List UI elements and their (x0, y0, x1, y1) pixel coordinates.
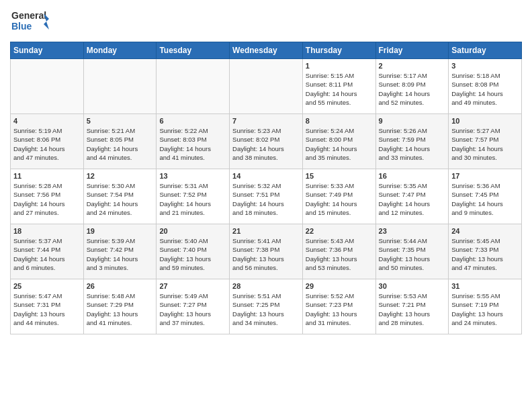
day-number: 2 (379, 62, 446, 70)
day-number: 26 (87, 282, 154, 290)
calendar-cell: 15Sunrise: 5:33 AM Sunset: 7:49 PM Dayli… (302, 169, 375, 224)
calendar-cell (230, 59, 303, 114)
calendar-table: SundayMondayTuesdayWednesdayThursdayFrid… (10, 42, 522, 334)
day-number: 6 (159, 117, 226, 125)
day-number: 16 (379, 172, 446, 180)
day-number: 30 (379, 282, 446, 290)
day-number: 3 (451, 62, 519, 70)
calendar-cell: 31Sunrise: 5:55 AM Sunset: 7:19 PM Dayli… (449, 279, 522, 334)
calendar-cell: 30Sunrise: 5:53 AM Sunset: 7:21 PM Dayli… (375, 279, 449, 334)
day-number: 21 (232, 227, 300, 235)
calendar-cell: 25Sunrise: 5:47 AM Sunset: 7:31 PM Dayli… (11, 279, 84, 334)
day-info: Sunrise: 5:24 AM Sunset: 8:00 PM Dayligh… (306, 126, 373, 162)
day-info: Sunrise: 5:48 AM Sunset: 7:29 PM Dayligh… (87, 291, 154, 327)
day-info: Sunrise: 5:55 AM Sunset: 7:19 PM Dayligh… (451, 291, 519, 327)
calendar-cell: 12Sunrise: 5:30 AM Sunset: 7:54 PM Dayli… (83, 169, 157, 224)
calendar-cell: 10Sunrise: 5:27 AM Sunset: 7:57 PM Dayli… (449, 114, 522, 169)
day-info: Sunrise: 5:53 AM Sunset: 7:21 PM Dayligh… (379, 291, 446, 327)
day-number: 10 (451, 117, 519, 125)
calendar-week-2: 4Sunrise: 5:19 AM Sunset: 8:06 PM Daylig… (11, 114, 522, 169)
day-info: Sunrise: 5:18 AM Sunset: 8:08 PM Dayligh… (451, 71, 519, 107)
calendar-cell: 13Sunrise: 5:31 AM Sunset: 7:52 PM Dayli… (157, 169, 230, 224)
page-container: GeneralBlue SundayMondayTuesdayWednesday… (0, 0, 532, 338)
day-info: Sunrise: 5:39 AM Sunset: 7:42 PM Dayligh… (87, 236, 154, 272)
calendar-cell (157, 59, 230, 114)
calendar-cell: 21Sunrise: 5:41 AM Sunset: 7:38 PM Dayli… (230, 224, 303, 279)
day-info: Sunrise: 5:31 AM Sunset: 7:52 PM Dayligh… (159, 181, 226, 217)
header-day-friday: Friday (375, 42, 449, 59)
day-number: 15 (306, 172, 373, 180)
day-number: 5 (87, 117, 154, 125)
calendar-week-1: 1Sunrise: 5:15 AM Sunset: 8:11 PM Daylig… (11, 59, 522, 114)
day-info: Sunrise: 5:21 AM Sunset: 8:05 PM Dayligh… (87, 126, 154, 162)
day-info: Sunrise: 5:36 AM Sunset: 7:45 PM Dayligh… (451, 181, 519, 217)
calendar-cell: 20Sunrise: 5:40 AM Sunset: 7:40 PM Dayli… (157, 224, 230, 279)
svg-text:General: General (11, 10, 46, 21)
calendar-cell: 14Sunrise: 5:32 AM Sunset: 7:51 PM Dayli… (230, 169, 303, 224)
calendar-cell (83, 59, 157, 114)
day-number: 11 (13, 172, 81, 180)
day-info: Sunrise: 5:40 AM Sunset: 7:40 PM Dayligh… (159, 236, 226, 272)
day-info: Sunrise: 5:41 AM Sunset: 7:38 PM Dayligh… (232, 236, 300, 272)
calendar-cell: 19Sunrise: 5:39 AM Sunset: 7:42 PM Dayli… (83, 224, 157, 279)
header-day-thursday: Thursday (302, 42, 375, 59)
calendar-cell (11, 59, 84, 114)
calendar-cell: 23Sunrise: 5:44 AM Sunset: 7:35 PM Dayli… (375, 224, 449, 279)
day-number: 18 (13, 227, 81, 235)
day-number: 27 (159, 282, 226, 290)
day-info: Sunrise: 5:47 AM Sunset: 7:31 PM Dayligh… (13, 291, 81, 327)
day-info: Sunrise: 5:52 AM Sunset: 7:23 PM Dayligh… (306, 291, 373, 327)
calendar-cell: 24Sunrise: 5:45 AM Sunset: 7:33 PM Dayli… (449, 224, 522, 279)
calendar-cell: 28Sunrise: 5:51 AM Sunset: 7:25 PM Dayli… (230, 279, 303, 334)
calendar-cell: 1Sunrise: 5:15 AM Sunset: 8:11 PM Daylig… (302, 59, 375, 114)
calendar-cell: 7Sunrise: 5:23 AM Sunset: 8:02 PM Daylig… (230, 114, 303, 169)
day-number: 9 (379, 117, 446, 125)
calendar-cell: 16Sunrise: 5:35 AM Sunset: 7:47 PM Dayli… (375, 169, 449, 224)
header-day-saturday: Saturday (449, 42, 522, 59)
day-number: 25 (13, 282, 81, 290)
calendar-cell: 18Sunrise: 5:37 AM Sunset: 7:44 PM Dayli… (11, 224, 84, 279)
calendar-cell: 22Sunrise: 5:43 AM Sunset: 7:36 PM Dayli… (302, 224, 375, 279)
header-day-sunday: Sunday (11, 42, 84, 59)
logo-svg: GeneralBlue (10, 7, 50, 36)
calendar-cell: 5Sunrise: 5:21 AM Sunset: 8:05 PM Daylig… (83, 114, 157, 169)
day-info: Sunrise: 5:51 AM Sunset: 7:25 PM Dayligh… (232, 291, 300, 327)
day-info: Sunrise: 5:28 AM Sunset: 7:56 PM Dayligh… (13, 181, 81, 217)
day-number: 13 (159, 172, 226, 180)
day-info: Sunrise: 5:26 AM Sunset: 7:59 PM Dayligh… (379, 126, 446, 162)
day-number: 12 (87, 172, 154, 180)
header-day-wednesday: Wednesday (230, 42, 303, 59)
calendar-body: 1Sunrise: 5:15 AM Sunset: 8:11 PM Daylig… (11, 59, 522, 334)
day-info: Sunrise: 5:15 AM Sunset: 8:11 PM Dayligh… (306, 71, 373, 107)
day-number: 4 (13, 117, 81, 125)
day-number: 28 (232, 282, 300, 290)
calendar-cell: 17Sunrise: 5:36 AM Sunset: 7:45 PM Dayli… (449, 169, 522, 224)
day-number: 29 (306, 282, 373, 290)
day-number: 1 (306, 62, 373, 70)
day-info: Sunrise: 5:49 AM Sunset: 7:27 PM Dayligh… (159, 291, 226, 327)
calendar-cell: 26Sunrise: 5:48 AM Sunset: 7:29 PM Dayli… (83, 279, 157, 334)
logo: GeneralBlue (10, 7, 50, 36)
day-info: Sunrise: 5:22 AM Sunset: 8:03 PM Dayligh… (159, 126, 226, 162)
day-info: Sunrise: 5:43 AM Sunset: 7:36 PM Dayligh… (306, 236, 373, 272)
calendar-week-3: 11Sunrise: 5:28 AM Sunset: 7:56 PM Dayli… (11, 169, 522, 224)
svg-text:Blue: Blue (11, 21, 32, 32)
day-info: Sunrise: 5:27 AM Sunset: 7:57 PM Dayligh… (451, 126, 519, 162)
day-number: 31 (451, 282, 519, 290)
day-info: Sunrise: 5:35 AM Sunset: 7:47 PM Dayligh… (379, 181, 446, 217)
calendar-cell: 3Sunrise: 5:18 AM Sunset: 8:08 PM Daylig… (449, 59, 522, 114)
day-number: 22 (306, 227, 373, 235)
calendar-cell: 11Sunrise: 5:28 AM Sunset: 7:56 PM Dayli… (11, 169, 84, 224)
header-day-monday: Monday (83, 42, 157, 59)
day-number: 19 (87, 227, 154, 235)
header-day-tuesday: Tuesday (157, 42, 230, 59)
calendar-cell: 6Sunrise: 5:22 AM Sunset: 8:03 PM Daylig… (157, 114, 230, 169)
calendar-cell: 2Sunrise: 5:17 AM Sunset: 8:09 PM Daylig… (375, 59, 449, 114)
day-number: 14 (232, 172, 300, 180)
day-number: 20 (159, 227, 226, 235)
calendar-cell: 9Sunrise: 5:26 AM Sunset: 7:59 PM Daylig… (375, 114, 449, 169)
header-row: SundayMondayTuesdayWednesdayThursdayFrid… (11, 42, 522, 59)
calendar-cell: 29Sunrise: 5:52 AM Sunset: 7:23 PM Dayli… (302, 279, 375, 334)
day-info: Sunrise: 5:33 AM Sunset: 7:49 PM Dayligh… (306, 181, 373, 217)
day-info: Sunrise: 5:45 AM Sunset: 7:33 PM Dayligh… (451, 236, 519, 272)
